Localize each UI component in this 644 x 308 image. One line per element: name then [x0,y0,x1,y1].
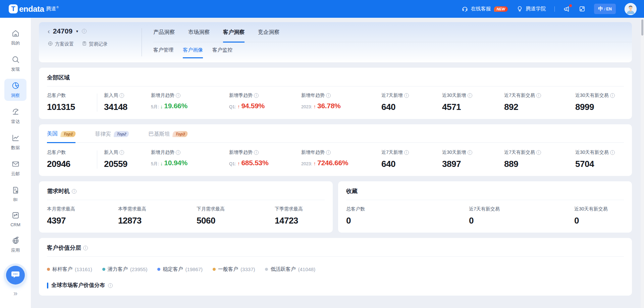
info-icon[interactable] [119,150,124,155]
stat-fav-trade-7d: 近7天有新交易 0 [469,206,574,226]
global-value-distribution-title: 全球市场客户价值分布 [51,282,105,289]
chat-support-button[interactable] [6,266,25,285]
page-header-strip: ‹ 24709 ▼ 方案设置 贸易记录 [39,22,632,62]
main-content: ‹ 24709 ▼ 方案设置 贸易记录 [31,18,641,308]
tab-market-insight[interactable]: 市场洞察 [188,29,210,42]
stat-new-7d: 近7天新增 640 [381,93,442,112]
sidebar-item-apps[interactable]: 应用 [4,234,26,256]
info-icon[interactable] [326,93,331,98]
info-icon[interactable] [254,150,259,155]
sidebar-item-label: 雷达 [11,119,20,125]
sub-tabs: 客户管理 客户画像 客户监控 [153,42,632,58]
academy-link[interactable]: 腾道学院 [517,6,546,12]
lang-en: EN [606,7,612,11]
info-icon[interactable] [468,93,472,98]
svg-text:BI: BI [16,190,18,193]
section-accent-bar [47,283,48,289]
stat-yearly-trend: 新增年趋势 2023: ↑ 7246.66% [301,149,381,169]
page-scrollbar[interactable] [641,18,644,308]
sidebar-item-label: 应用 [11,247,20,253]
stat-trade-30d: 近30天有新交易 5704 [575,149,624,169]
scheme-settings-link[interactable]: 方案设置 [48,41,74,47]
tab-product-insight[interactable]: 产品洞察 [153,29,175,42]
legend-potential-customers[interactable]: 潜力客户 (23955) [102,266,148,272]
arrow-down-icon: ↓ [160,161,163,166]
info-icon[interactable] [254,93,259,98]
info-icon[interactable] [404,150,409,155]
favorites-stats: 总客户数 0 近7天有新交易 0 近30天有新交易 0 [346,206,624,226]
info-icon[interactable] [119,93,124,98]
all-region-title: 全部区域 [47,74,70,81]
subtab-customer-profile[interactable]: 客户画像 [183,47,203,58]
top-country-card: 美国 Top1 菲律宾 Top2 巴基斯坦 Top3 总客户数 20946 新入… [39,124,632,176]
chevron-down-icon[interactable]: ▼ [75,29,79,33]
online-service-link[interactable]: 在线客服 NEW [462,6,508,12]
info-icon[interactable] [176,150,180,155]
info-icon[interactable] [610,150,615,155]
demand-stats: 本月需求最高 4397 本季需求最高 12873 下月需求最高 5060 下季需… [47,206,325,226]
info-icon[interactable] [176,93,180,98]
sidebar-item-label: 云邮 [11,171,20,177]
info-icon[interactable] [72,189,76,194]
announcement-button[interactable] [564,6,570,12]
country-tabs: 美国 Top1 菲律宾 Top2 巴基斯坦 Top3 [47,124,624,143]
legend-benchmark-customers[interactable]: 标杆客户 (13161) [47,266,92,272]
sidebar-item-label: 数据 [11,145,20,151]
stat-demand-next-quarter: 下季需求最高 14723 [275,206,325,226]
fullscreen-button[interactable] [579,6,585,12]
crm-icon [11,211,20,221]
info-icon[interactable] [326,150,331,155]
sidebar-item-radar[interactable]: 雷达 [4,105,26,127]
sidebar-item-insight[interactable]: 洞察 [4,79,26,101]
top1-badge: Top1 [60,131,76,137]
country-tab-pakistan[interactable]: 巴基斯坦 Top3 [148,130,187,142]
sidebar-collapse-button[interactable]: » [13,290,17,297]
subtab-customer-management[interactable]: 客户管理 [153,47,173,58]
sidebar-item-crm[interactable]: CRM [4,208,26,230]
sidebar-item-bi[interactable]: BI BI [4,183,26,204]
academy-label: 腾道学院 [526,6,546,12]
main-tabs: 产品洞察 市场洞察 客户洞察 竞企洞察 [153,22,632,42]
country-tab-philippines[interactable]: 菲律宾 Top2 [95,130,129,142]
subtab-customer-monitor[interactable]: 客户监控 [212,47,232,58]
tendata-logo[interactable]: T endata 腾道 ® [9,4,59,14]
user-avatar[interactable] [625,3,637,15]
language-toggle[interactable]: 中 / EN [594,4,616,14]
scheme-info-icon[interactable] [82,29,87,34]
info-icon[interactable] [108,283,113,288]
sidebar-item-discover[interactable]: 发现 [4,53,26,75]
tab-customer-insight[interactable]: 客户洞察 [223,29,245,43]
divider [346,200,624,200]
stat-trade-7d: 近7天有新交易 889 [504,149,575,169]
chat-bubble-icon [10,269,20,281]
logo-text: endata [19,4,44,14]
back-button[interactable]: ‹ [48,28,50,35]
info-icon[interactable] [536,93,541,98]
info-icon[interactable] [610,93,615,98]
all-region-stats: 总客户数 101315 新入局 34148 新增月趋势 5月: ↓ 19.66%… [47,93,624,112]
favorites-title: 收藏 [346,187,358,195]
stat-total-customers: 总客户数 101315 [47,93,97,112]
info-icon[interactable] [536,150,541,155]
divider [47,86,624,86]
stat-new-entrants: 新入局 34148 [97,93,151,112]
tab-competitor-insight[interactable]: 竞企洞察 [258,29,279,42]
scheme-id[interactable]: 24709 [53,27,72,35]
trade-records-link[interactable]: 贸易记录 [82,41,108,47]
scrollbar-thumb[interactable] [641,19,643,36]
legend-stable-customers[interactable]: 稳定客户 (19867) [157,266,203,272]
sidebar-item-data[interactable]: 数据 [4,131,26,153]
logo-registered-mark: ® [56,6,59,9]
legend-ordinary-customers[interactable]: 一般客户 (3337) [213,266,255,272]
legend-low-activity-customers[interactable]: 低活跃客户 (41048) [265,266,315,272]
stat-quarterly-trend: 新增季趋势 Q1: ↑ 685.53% [229,149,301,169]
sidebar-item-mine[interactable]: 我的 [4,26,26,49]
global-value-distribution-section: 全球市场客户价值分布 [47,282,624,289]
info-icon[interactable] [468,150,472,155]
stat-fav-trade-30d: 近30天有新交易 0 [574,206,624,226]
sidebar-item-cloudmail[interactable]: 云邮 [4,157,26,179]
info-icon[interactable] [404,93,409,98]
info-icon[interactable] [83,246,88,250]
sidebar-item-label: 发现 [11,66,20,72]
country-tab-usa[interactable]: 美国 Top1 [47,130,75,143]
